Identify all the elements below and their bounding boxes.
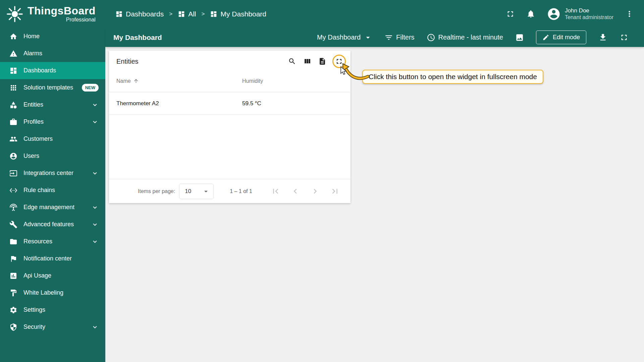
- widget-header: Entities: [109, 51, 351, 70]
- main-area: Dashboards > All > My Dashboard: [105, 0, 644, 362]
- breadcrumb-my-dashboard[interactable]: My Dashboard: [210, 10, 266, 18]
- fullscreen-icon[interactable]: [506, 9, 515, 18]
- breadcrumb-dashboards[interactable]: Dashboards: [115, 10, 164, 18]
- dashboard-toolbar: My Dashboard My Dashboard Filters Realti…: [105, 28, 644, 47]
- sidebar-item-edge-management[interactable]: Edge management: [0, 199, 105, 216]
- breadcrumb: Dashboards > All > My Dashboard: [115, 10, 266, 18]
- more-vertical-icon[interactable]: [625, 9, 634, 18]
- paint-icon: [9, 289, 17, 297]
- avatar: [547, 7, 561, 21]
- dashboard-grid-icon: [115, 10, 123, 18]
- filters-button[interactable]: Filters: [384, 33, 414, 42]
- breadcrumb-separator: >: [169, 11, 172, 17]
- last-page-button[interactable]: [330, 186, 340, 196]
- header-actions: John Doe Tenant administrator: [506, 7, 634, 21]
- entities-icon: [9, 101, 17, 109]
- sidebar-item-profiles[interactable]: Profiles: [0, 113, 105, 130]
- sidebar-item-resources[interactable]: Resources: [0, 233, 105, 250]
- profiles-icon: [9, 118, 17, 126]
- next-page-button[interactable]: [310, 186, 320, 196]
- sidebar-item-settings[interactable]: Settings: [0, 301, 105, 318]
- user-circle-icon: [9, 152, 17, 160]
- sidebar-item-solution-templates[interactable]: Solution templates NEW: [0, 79, 105, 96]
- sidebar-item-entities[interactable]: Entities: [0, 96, 105, 113]
- items-per-page-label: Items per page:: [138, 188, 175, 194]
- brand-text: ThingsBoard Professional: [28, 5, 96, 22]
- paginator: Items per page: 10 1 – 1 of 1: [109, 179, 351, 203]
- chevron-down-icon: [91, 323, 99, 331]
- dashboard-state-select[interactable]: My Dashboard: [317, 33, 372, 42]
- dashboard-image-icon[interactable]: [515, 33, 524, 42]
- toolbar-fullscreen-icon[interactable]: [620, 33, 629, 42]
- cell-humidity-value: 59.5 °C: [242, 100, 261, 107]
- code-brackets-icon: [9, 186, 17, 194]
- notifications-bell-icon[interactable]: [526, 9, 535, 18]
- table-row[interactable]: Thermometer A2 59.5 °C: [109, 92, 351, 115]
- entities-widget: Entities Name Humidity: [109, 51, 351, 203]
- folder-icon: [9, 238, 17, 246]
- widget-columns-button[interactable]: [302, 56, 312, 66]
- widget-export-button[interactable]: [317, 56, 327, 66]
- download-icon[interactable]: [598, 33, 607, 42]
- chevron-down-icon: [91, 170, 99, 177]
- sidebar-item-home[interactable]: Home: [0, 28, 105, 45]
- pencil-icon: [542, 34, 549, 41]
- sidebar-item-white-labeling[interactable]: White Labeling: [0, 284, 105, 301]
- cell-entity-name: Thermometer A2: [116, 100, 242, 107]
- breadcrumb-label: My Dashboard: [220, 10, 266, 18]
- sidebar-item-security[interactable]: Security: [0, 318, 105, 336]
- file-export-icon: [318, 57, 326, 65]
- previous-page-button[interactable]: [290, 186, 300, 196]
- chevron-down-icon: [91, 118, 99, 126]
- brand-logo[interactable]: ThingsBoard Professional: [0, 0, 105, 28]
- sidebar-item-integrations-center[interactable]: Integrations center: [0, 165, 105, 182]
- dashboard-canvas: Entities Name Humidity: [105, 47, 644, 362]
- pagination-controls: [271, 186, 340, 196]
- sidebar-nav: Home Alarms Dashboards Solution template…: [0, 28, 105, 336]
- dashboards-icon: [9, 67, 17, 75]
- widget-title: Entities: [116, 58, 139, 65]
- user-meta: John Doe Tenant administrator: [565, 7, 613, 21]
- breadcrumb-label: Dashboards: [126, 10, 164, 18]
- column-header-name[interactable]: Name: [116, 78, 242, 84]
- page-range-label: 1 – 1 of 1: [230, 188, 252, 194]
- gear-icon: [9, 306, 17, 314]
- brand-name: ThingsBoard: [28, 5, 96, 16]
- column-header-humidity[interactable]: Humidity: [242, 78, 263, 84]
- sidebar-item-advanced-features[interactable]: Advanced features: [0, 216, 105, 233]
- edit-mode-button[interactable]: Edit mode: [536, 31, 586, 44]
- sidebar-item-notification-center[interactable]: Notification center: [0, 250, 105, 267]
- new-badge: NEW: [82, 84, 99, 92]
- dashboard-grid-icon: [178, 10, 185, 18]
- sidebar-item-api-usage[interactable]: Api Usage: [0, 267, 105, 284]
- people-icon: [9, 135, 17, 143]
- brand-edition: Professional: [28, 17, 96, 22]
- shield-icon: [9, 323, 17, 331]
- chart-box-icon: [9, 272, 17, 280]
- page-size-select[interactable]: 10: [179, 184, 214, 199]
- sidebar-item-alarms[interactable]: Alarms: [0, 45, 105, 62]
- dashboard-grid-icon: [210, 10, 217, 18]
- search-icon: [288, 57, 296, 65]
- first-page-button[interactable]: [271, 186, 280, 196]
- dropdown-arrow-icon: [202, 187, 210, 195]
- user-name: John Doe: [565, 7, 613, 14]
- integration-icon: [9, 169, 17, 177]
- chevron-down-icon: [91, 101, 99, 109]
- sidebar-item-customers[interactable]: Customers: [0, 130, 105, 147]
- mouse-cursor-icon: [340, 66, 348, 76]
- user-menu[interactable]: John Doe Tenant administrator: [547, 7, 613, 21]
- sidebar-item-dashboards[interactable]: Dashboards: [0, 62, 105, 79]
- columns-icon: [303, 57, 311, 65]
- top-header: Dashboards > All > My Dashboard: [105, 0, 644, 28]
- sidebar-item-users[interactable]: Users: [0, 147, 105, 165]
- chevron-down-icon: [91, 238, 99, 245]
- table-empty-space: [109, 115, 351, 179]
- tooltip-callout: Click this button to open the widget in …: [362, 70, 543, 84]
- widget-search-button[interactable]: [287, 56, 297, 66]
- dropdown-arrow-icon: [364, 33, 372, 42]
- timewindow-button[interactable]: Realtime - last minute: [427, 33, 503, 42]
- chevron-down-icon: [91, 221, 99, 228]
- sidebar-item-rule-chains[interactable]: Rule chains: [0, 182, 105, 199]
- breadcrumb-all[interactable]: All: [178, 10, 196, 18]
